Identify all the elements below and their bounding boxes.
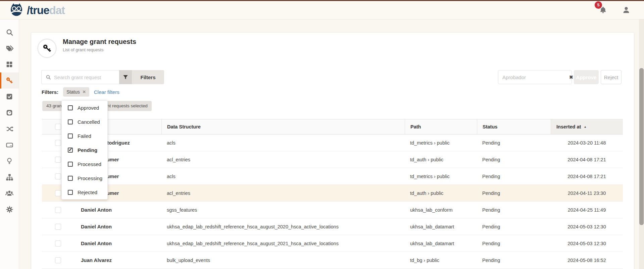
app: /truedat 5 — [0, 0, 644, 269]
row-checkbox[interactable] — [55, 224, 61, 230]
status-cell: Pending — [477, 252, 551, 268]
sidebar-item-grant-requests[interactable] — [0, 72, 19, 89]
row-checkbox[interactable] — [55, 257, 61, 263]
table-row[interactable]: Johann Baumer acls td_metrics › public P… — [42, 168, 623, 185]
search-icon — [46, 74, 51, 80]
status-option[interactable]: Cancelled — [62, 115, 107, 129]
active-filters-row: Filters: Status ✕ Clear filters — [42, 87, 119, 97]
row-checkbox[interactable] — [55, 207, 61, 213]
row-checkbox[interactable] — [55, 173, 61, 179]
clear-approver-icon[interactable]: ✖ — [569, 74, 573, 80]
truedat-logo[interactable]: /truedat — [9, 3, 65, 17]
inserted-at-cell: 2024-04-11 23:30 — [551, 185, 623, 201]
row-checkbox[interactable] — [55, 190, 61, 196]
sidebar-item-glossary[interactable] — [0, 40, 19, 56]
table-row[interactable]: Juan Alvarez bulk_upload_events td_bg › … — [42, 252, 623, 269]
checkbox-icon[interactable] — [68, 176, 73, 181]
clear-filters-link[interactable]: Clear filters — [94, 89, 119, 95]
page-scrollbar-thumb[interactable] — [639, 68, 644, 225]
data-structure-cell: ukhsa_edap_lab_redshift_reference_hsca_a… — [161, 218, 405, 235]
reject-button[interactable]: Reject — [601, 70, 622, 84]
row-checkbox-cell — [42, 218, 74, 235]
checkbox-icon[interactable] — [68, 105, 73, 110]
table-row[interactable]: Daniel Anton ukhsa_edap_lab_redshift_ref… — [42, 235, 623, 252]
status-option[interactable]: Rejected — [62, 185, 107, 199]
status-filter-chip[interactable]: Status ✕ — [63, 87, 89, 97]
inserted-at-column-header[interactable]: Inserted at ▲ — [551, 119, 623, 134]
status-option[interactable]: Failed — [62, 129, 107, 143]
sidebar-item-lineage[interactable] — [0, 121, 19, 137]
user-cell: Daniel Anton — [74, 202, 161, 218]
sidebar-item-quality[interactable] — [0, 105, 19, 121]
inserted-at-cell: 2024-05-03 12:30 — [551, 235, 623, 252]
sidebar-item-structures[interactable] — [0, 137, 19, 153]
approve-group: ✖ Approve Reject — [498, 70, 622, 84]
data-structure-column-header[interactable]: Data Structure — [161, 119, 405, 134]
inserted-at-cell: 2024-05-03 12:30 — [551, 218, 623, 235]
checkbox-icon[interactable] — [68, 190, 73, 195]
top-bar: /truedat 5 — [0, 0, 644, 19]
path-cell: td_metrics › public — [405, 168, 477, 184]
user-cell: Daniel Anton — [74, 218, 161, 235]
gauge-icon — [6, 109, 13, 116]
inserted-at-cell: 2024-05-08 16:52 — [551, 252, 623, 268]
sidebar-item-rules[interactable] — [0, 89, 19, 105]
sidebar-item-catalog[interactable] — [0, 56, 19, 72]
table-row[interactable]: Fernando Rodriguez acls td_metrics › pub… — [42, 134, 623, 151]
user-cell: Daniel Anton — [74, 235, 161, 252]
sidebar-item-taxonomy[interactable] — [0, 169, 19, 185]
path-cell: td_metrics › public — [405, 134, 477, 151]
status-option-label: Pending — [78, 147, 97, 153]
checkbox-icon[interactable] — [68, 162, 73, 167]
user-avatar-icon[interactable] — [622, 6, 631, 14]
status-option[interactable]: Processing — [62, 171, 107, 185]
table-row[interactable]: Daniel Anton ukhsa_edap_lab_redshift_ref… — [42, 218, 623, 235]
path-cell: ukhsa_lab_datamart — [405, 218, 477, 235]
inserted-at-cell: 2024-03-20 11:48 — [551, 134, 623, 151]
filters-button[interactable]: Filters — [132, 70, 164, 84]
status-option-label: Processing — [78, 175, 102, 181]
status-option-label: Failed — [78, 133, 91, 139]
status-column-header[interactable]: Status — [477, 119, 551, 134]
table-row[interactable]: Daniel Anton sgss_features ukhsa_lab_con… — [42, 202, 623, 218]
row-checkbox[interactable] — [55, 140, 61, 146]
status-option-label: Approved — [78, 105, 99, 111]
checkbox-icon[interactable] — [68, 119, 73, 124]
inserted-at-cell: 2024-04-25 11:49 — [551, 202, 623, 218]
sidebar-item-settings[interactable] — [0, 201, 19, 217]
table-row[interactable]: Johann Baumer acl_entries td_auth › publ… — [42, 151, 623, 168]
data-structure-cell: acl_entries — [161, 185, 405, 201]
grid-icon — [6, 61, 13, 68]
owl-logo-icon — [9, 3, 24, 17]
row-checkbox[interactable] — [55, 157, 61, 163]
status-option-label: Cancelled — [78, 119, 100, 125]
topbar-actions: 5 — [599, 6, 635, 14]
page-scrollbar-track[interactable] — [639, 19, 644, 269]
data-structure-cell: bulk_upload_events — [161, 252, 405, 268]
filters-label: Filters: — [42, 89, 58, 95]
remove-chip-icon[interactable]: ✕ — [83, 90, 86, 94]
checkbox-icon[interactable] — [68, 148, 73, 153]
status-option[interactable]: Processed — [62, 157, 107, 171]
inserted-at-label: Inserted at — [556, 124, 581, 129]
select-all-checkbox[interactable] — [55, 124, 61, 130]
wordmark-true: /true — [27, 4, 49, 16]
sidebar-item-search[interactable] — [0, 24, 19, 40]
search-input[interactable] — [54, 74, 115, 80]
table-row[interactable]: Johann Baumer acl_entries td_auth › publ… — [42, 185, 623, 202]
checkbox-icon[interactable] — [68, 133, 73, 139]
row-checkbox[interactable] — [55, 240, 61, 247]
path-column-header[interactable]: Path — [405, 119, 477, 134]
approve-button[interactable]: Approve — [574, 70, 599, 84]
approver-input[interactable] — [502, 74, 569, 80]
filter-funnel-button[interactable] — [119, 70, 132, 84]
status-cell: Pending — [477, 134, 551, 151]
gear-icon — [6, 206, 13, 213]
status-option[interactable]: Pending — [62, 143, 107, 157]
status-cell: Pending — [477, 185, 551, 201]
sidebar-item-users[interactable] — [0, 185, 19, 201]
status-option[interactable]: Approved — [62, 101, 107, 115]
path-cell: ukhsa_lab_datamart — [405, 235, 477, 252]
sidebar-item-insights[interactable] — [0, 153, 19, 169]
notifications-button[interactable]: 5 — [599, 6, 607, 14]
